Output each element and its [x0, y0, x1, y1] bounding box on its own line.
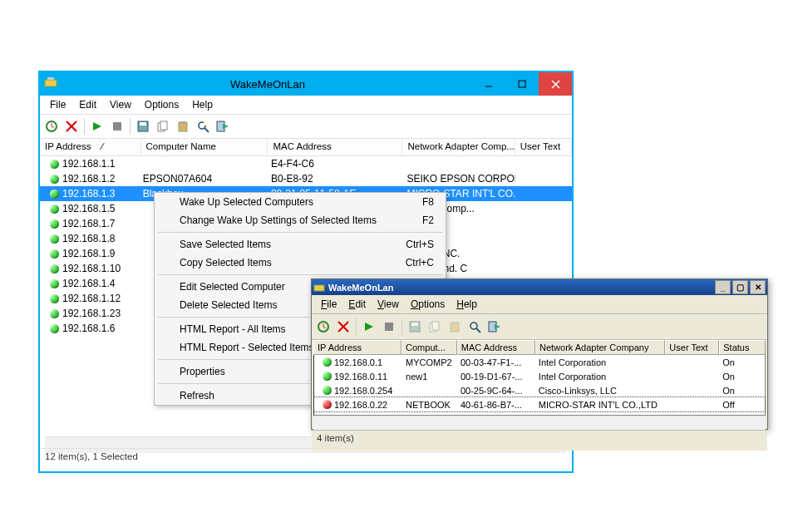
list-header[interactable]: IP Address ∕ Computer Name MAC Address N… [40, 139, 572, 156]
menu-edit[interactable]: Edit [72, 97, 103, 112]
col-ip[interactable]: IP Address ∕ [40, 139, 141, 155]
ip-cell: 192.168.0.11 [334, 372, 387, 382]
status-dot-icon [50, 294, 59, 303]
table-row[interactable]: 192.168.1.2EPSON07A604B0-E8-92SEIKO EPSO… [40, 171, 572, 186]
play-icon[interactable] [89, 118, 106, 135]
status-dot-icon [50, 324, 59, 333]
maximize-button[interactable] [505, 72, 539, 96]
minimize-button[interactable] [472, 72, 505, 96]
stop-icon[interactable] [381, 318, 397, 335]
table-row[interactable]: 192.168.0.22NETBOOK40-61-86-B7-...MICRO-… [314, 397, 765, 411]
delete-icon[interactable] [63, 118, 80, 135]
exit-icon[interactable] [214, 118, 231, 135]
app-icon [43, 76, 60, 92]
net-cell: Cisco-Linksys, LLC [535, 386, 666, 396]
menu-file[interactable]: File [315, 298, 342, 311]
menu-help[interactable]: Help [451, 298, 483, 311]
name-cell: EPSON07A604 [138, 173, 266, 185]
col-net[interactable]: Network Adapter Company [535, 340, 665, 355]
table-row[interactable]: 192.168.0.11new100-19-D1-67-...Intel Cor… [314, 369, 765, 383]
exit-icon[interactable] [486, 318, 503, 335]
status-dot-icon [323, 357, 332, 367]
toolbar [312, 314, 767, 340]
minimize-button[interactable]: _ [715, 280, 731, 294]
paste-icon[interactable] [446, 318, 463, 335]
mac-cell: E4-F4-C6 [266, 158, 402, 170]
scan-icon[interactable] [43, 118, 60, 135]
ip-cell: 192.168.0.22 [334, 400, 387, 410]
menu-item-shortcut: F8 [422, 196, 434, 208]
col-st[interactable]: Status [719, 340, 766, 355]
copy-icon[interactable] [426, 318, 443, 335]
col-ut[interactable]: User Text [515, 139, 572, 155]
find-icon[interactable] [466, 318, 483, 335]
table-row[interactable]: 192.168.0.25400-25-9C-64-...Cisco-Linksy… [314, 383, 765, 397]
menu-file[interactable]: File [43, 97, 72, 112]
table-row[interactable]: 192.168.1.1E4-F4-C6 [40, 156, 572, 171]
svg-line-27 [323, 327, 326, 328]
close-button[interactable] [539, 72, 572, 96]
stop-icon[interactable] [109, 118, 126, 135]
paste-icon[interactable] [175, 118, 191, 135]
mac-cell: 00-19-D1-67-... [457, 372, 535, 382]
svg-rect-21 [204, 121, 209, 126]
svg-line-38 [476, 328, 480, 332]
play-icon[interactable] [361, 318, 377, 335]
status-cell: On [719, 386, 765, 396]
col-ut[interactable]: User Text [665, 340, 719, 355]
col-name[interactable]: Computer Name [141, 139, 268, 155]
menu-item-shortcut: F2 [422, 214, 434, 226]
save-icon[interactable] [135, 118, 151, 135]
menu-item[interactable]: Copy Selected ItemsCtrl+C [155, 254, 446, 272]
mac-cell: B0-E8-92 [266, 173, 402, 185]
svg-rect-12 [113, 122, 121, 131]
close-button[interactable]: ✕ [750, 280, 766, 294]
status-dot-icon [50, 249, 59, 259]
titlebar[interactable]: WakeMeOnLan _ ▢ ✕ [312, 279, 767, 295]
svg-rect-18 [180, 121, 185, 124]
col-mac[interactable]: MAC Address [457, 340, 535, 355]
status-dot-icon [50, 279, 59, 288]
menu-help[interactable]: Help [185, 97, 219, 112]
find-icon[interactable] [195, 118, 211, 135]
sort-asc-icon: ∕ [101, 141, 103, 151]
col-net[interactable]: Network Adapter Comp... [402, 139, 515, 155]
menu-view[interactable]: View [372, 298, 405, 311]
scan-icon[interactable] [315, 318, 332, 335]
menu-view[interactable]: View [103, 97, 138, 112]
mac-cell: 00-03-47-F1-... [457, 357, 535, 367]
mac-cell: 40-61-86-B7-... [457, 400, 535, 410]
col-mac[interactable]: MAC Address [268, 139, 402, 155]
status-dot-icon [50, 175, 59, 184]
mac-cell: 00-25-9C-64-... [457, 386, 535, 396]
menu-item[interactable]: Change Wake Up Settings of Selected Item… [155, 211, 446, 229]
menu-item[interactable]: Wake Up Selected ComputersF8 [155, 193, 446, 211]
menu-item[interactable]: Save Selected ItemsCtrl+S [155, 235, 446, 254]
svg-rect-33 [411, 323, 418, 326]
delete-icon[interactable] [335, 318, 352, 335]
menu-options[interactable]: Options [138, 97, 185, 112]
status-dot-icon [50, 264, 59, 273]
copy-icon[interactable] [155, 118, 171, 135]
svg-rect-3 [519, 81, 525, 87]
horizontal-scrollbar[interactable] [313, 416, 766, 430]
status-cell: On [719, 357, 765, 367]
save-icon[interactable] [406, 318, 423, 335]
maximize-button[interactable]: ▢ [732, 280, 748, 294]
name-cell: MYCOMP2 [402, 357, 457, 367]
list-body[interactable]: 192.168.0.1MYCOMP200-03-47-F1-...Intel C… [313, 355, 766, 416]
window-title: WakeMeOnLan [63, 78, 472, 91]
list-header[interactable]: IP Address Comput... MAC Address Network… [313, 340, 766, 355]
secondary-window: WakeMeOnLan _ ▢ ✕ FileEditViewOptionsHel… [311, 278, 768, 430]
ip-cell: 192.168.1.8 [62, 233, 115, 244]
name-cell: new1 [402, 372, 457, 382]
col-ip[interactable]: IP Address [313, 340, 401, 355]
menubar: FileEditViewOptionsHelp [40, 96, 572, 115]
table-row[interactable]: 192.168.0.1MYCOMP200-03-47-F1-...Intel C… [314, 355, 765, 369]
menu-edit[interactable]: Edit [342, 298, 372, 311]
svg-point-37 [470, 323, 477, 329]
menu-options[interactable]: Options [405, 298, 451, 311]
net-cell: Intel Corporation [535, 372, 666, 382]
col-name[interactable]: Comput... [401, 340, 457, 355]
titlebar[interactable]: WakeMeOnLan [40, 72, 572, 96]
